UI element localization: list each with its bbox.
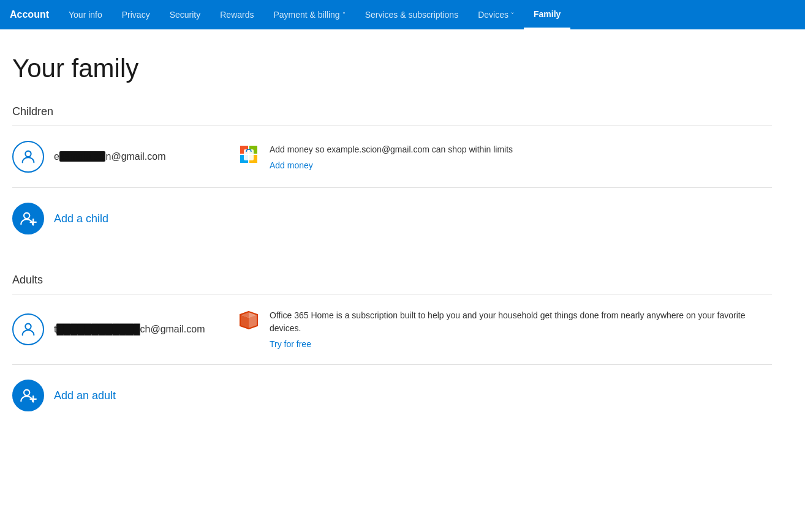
person-icon bbox=[20, 148, 37, 165]
nav-link-family[interactable]: Family bbox=[524, 0, 570, 29]
nav-link-security[interactable]: Security bbox=[160, 0, 211, 29]
child-email: example.scin@gmail.com bbox=[54, 151, 213, 162]
chevron-icon: ˅ bbox=[342, 12, 346, 18]
add-money-link[interactable]: Add money bbox=[270, 160, 313, 170]
child-info-description: Add money so example.scion@gmail.com can… bbox=[270, 143, 772, 156]
add-child-row: Add a child bbox=[12, 188, 772, 249]
adult-email: t████████████ch@gmail.com bbox=[54, 324, 213, 335]
add-adult-link[interactable]: Add an adult bbox=[54, 389, 116, 402]
person-icon bbox=[20, 321, 37, 338]
child-info-text-block: Add money so example.scion@gmail.com can… bbox=[270, 143, 772, 171]
office-icon bbox=[238, 310, 259, 331]
nav-link-payment-billing[interactable]: Payment & billing ˅ bbox=[263, 0, 355, 29]
child-member-row: example.scin@gmail.com bbox=[12, 126, 772, 188]
page-title: Your family bbox=[12, 54, 772, 83]
nav-item-family[interactable]: Family bbox=[524, 0, 570, 29]
adult-email-text: t████████████ch@gmail.com bbox=[54, 324, 205, 334]
add-child-avatar[interactable] bbox=[12, 203, 44, 234]
adult-member-info: Office 365 Home is a subscription built … bbox=[238, 309, 772, 350]
nav-link-privacy[interactable]: Privacy bbox=[112, 0, 160, 29]
main-nav: Account Your info Privacy Security Rewar… bbox=[0, 0, 805, 29]
add-person-icon bbox=[20, 210, 37, 227]
child-member-info: Add money so example.scion@gmail.com can… bbox=[238, 143, 772, 171]
redacted-text: ████████████ bbox=[56, 324, 140, 334]
nav-item-security[interactable]: Security bbox=[160, 0, 211, 29]
nav-item-services-subscriptions[interactable]: Services & subscriptions bbox=[355, 0, 469, 29]
store-icon bbox=[239, 144, 259, 164]
nav-item-privacy[interactable]: Privacy bbox=[112, 0, 160, 29]
svg-point-9 bbox=[25, 324, 31, 329]
nav-item-payment-billing[interactable]: Payment & billing ˅ bbox=[263, 0, 355, 29]
redacted-text: xample.sci bbox=[59, 151, 106, 162]
chevron-icon: ˅ bbox=[511, 12, 514, 18]
adults-section-title: Adults bbox=[12, 274, 772, 287]
svg-point-6 bbox=[24, 213, 29, 219]
adult-avatar bbox=[12, 313, 44, 345]
adult-info-description: Office 365 Home is a subscription built … bbox=[270, 309, 772, 335]
nav-brand[interactable]: Account bbox=[10, 0, 59, 29]
nav-link-rewards[interactable]: Rewards bbox=[210, 0, 263, 29]
try-for-free-link[interactable]: Try for free bbox=[270, 339, 311, 349]
adult-member-row: t████████████ch@gmail.com Office 365 Hom… bbox=[12, 294, 772, 365]
add-person-icon bbox=[20, 387, 37, 404]
nav-link-devices[interactable]: Devices ˅ bbox=[468, 0, 524, 29]
main-content: Your family Children example.scin@gmail.… bbox=[0, 29, 784, 475]
children-section-title: Children bbox=[12, 105, 772, 118]
adult-info-text-block: Office 365 Home is a subscription built … bbox=[270, 309, 772, 350]
nav-link-services-subscriptions[interactable]: Services & subscriptions bbox=[355, 0, 469, 29]
add-adult-avatar[interactable] bbox=[12, 380, 44, 411]
child-email-text: example.scin@gmail.com bbox=[54, 151, 166, 162]
add-adult-row: Add an adult bbox=[12, 365, 772, 426]
nav-item-devices[interactable]: Devices ˅ bbox=[468, 0, 524, 29]
office-icon-wrapper bbox=[238, 309, 260, 331]
nav-item-rewards[interactable]: Rewards bbox=[210, 0, 263, 29]
store-icon-wrapper bbox=[238, 143, 260, 165]
nav-item-your-info[interactable]: Your info bbox=[59, 0, 112, 29]
nav-items: Your info Privacy Security Rewards Payme… bbox=[59, 0, 805, 29]
add-child-link[interactable]: Add a child bbox=[54, 212, 108, 225]
svg-point-0 bbox=[25, 151, 31, 157]
child-avatar bbox=[12, 141, 44, 173]
svg-point-15 bbox=[24, 390, 29, 395]
svg-rect-5 bbox=[244, 149, 254, 160]
children-section: Children example.scin@gmail.com bbox=[12, 105, 772, 249]
nav-link-your-info[interactable]: Your info bbox=[59, 0, 112, 29]
adults-section: Adults t████████████ch@gmail.com bbox=[12, 274, 772, 426]
